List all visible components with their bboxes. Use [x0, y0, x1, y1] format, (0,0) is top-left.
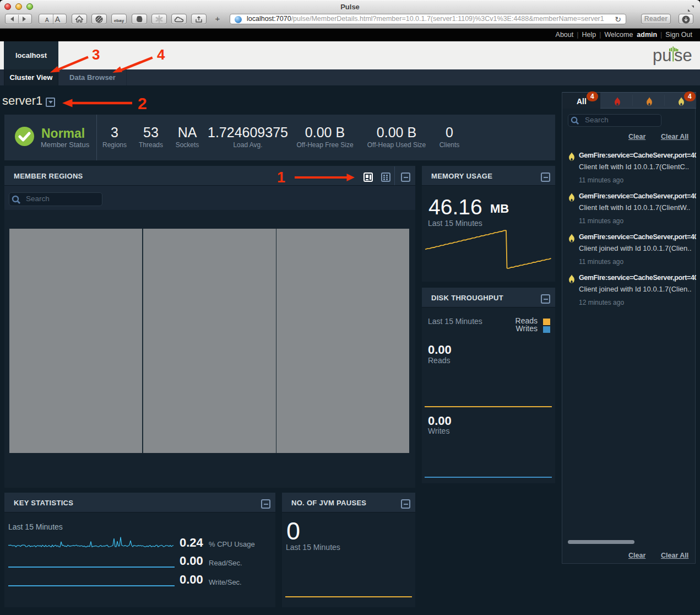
svg-text:se: se	[674, 46, 692, 65]
svg-text:pu: pu	[653, 46, 671, 65]
